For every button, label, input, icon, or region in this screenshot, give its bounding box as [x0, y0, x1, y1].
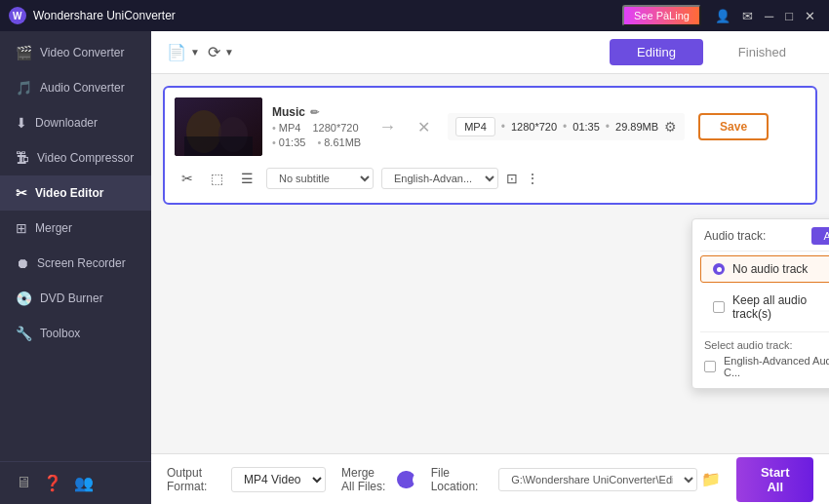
more-options-icon[interactable]: ⋮	[526, 171, 539, 186]
sidebar-item-downloader[interactable]: ⬇ Downloader	[0, 105, 151, 140]
sidebar-item-dvd-burner[interactable]: 💿 DVD Burner	[0, 281, 151, 316]
output-bullet-1: •	[501, 120, 505, 134]
merge-label: Merge All Files:	[341, 466, 389, 493]
select-audio-section: Select audio track: ↗ English-Advanced A…	[692, 332, 829, 380]
file-area: Music ✏ • MP4 1280*720	[151, 74, 829, 453]
file-size: • 8.61MB	[317, 136, 361, 148]
title-bar: W Wondershare UniConverter See PàLing 👤 …	[0, 0, 829, 31]
caption-icon[interactable]: ⊡	[506, 171, 518, 186]
audio-track-checkbox	[704, 361, 716, 372]
output-duration: 01:35	[572, 121, 600, 133]
sidebar-item-video-compressor[interactable]: 🗜 Video Compressor	[0, 140, 151, 175]
add-media-button[interactable]: ⟳ ▼	[208, 43, 234, 61]
add-file-button[interactable]: 📄 ▼	[167, 43, 200, 61]
output-bullet-3: •	[606, 120, 610, 134]
keep-audio-checkbox	[713, 301, 725, 313]
output-format-select[interactable]: MP4 Video	[231, 467, 326, 492]
sidebar-bottom: 🖥 ❓ 👥	[0, 461, 151, 504]
audio-track-label: Audio track:	[704, 229, 766, 243]
close-icon[interactable]: ✕	[799, 7, 821, 25]
add-audio-button[interactable]: Add	[811, 227, 829, 245]
mail-icon[interactable]: ✉	[736, 7, 759, 25]
subtitle-select[interactable]: No subtitle	[266, 168, 374, 189]
chevron-down-icon: ▼	[190, 47, 200, 58]
thumb-svg	[175, 97, 262, 156]
chevron-down-icon-2: ▼	[224, 47, 234, 58]
file-duration: • 01:35	[272, 136, 305, 148]
start-all-button[interactable]: Start All	[736, 457, 813, 502]
trim-icon[interactable]: ✂	[177, 168, 198, 189]
sidebar-item-merger[interactable]: ⊞ Merger	[0, 211, 151, 246]
sidebar-label-video-converter: Video Converter	[40, 46, 125, 59]
video-converter-icon: 🎬	[16, 45, 32, 60]
audio-converter-icon: 🎵	[16, 80, 32, 96]
svg-text:W: W	[13, 11, 22, 21]
content-area: 📄 ▼ ⟳ ▼ Editing Finished	[151, 31, 829, 504]
audio-track-select[interactable]: English-Advan...	[381, 168, 498, 189]
file-meta-row2: • 01:35 • 8.61MB	[272, 136, 361, 148]
help-circle-icon[interactable]: ❓	[43, 474, 62, 492]
file-card-top: Music ✏ • MP4 1280*720	[175, 97, 806, 156]
arrow-icon: →	[371, 117, 404, 137]
file-info: Music ✏ • MP4 1280*720	[272, 105, 361, 148]
maximize-icon[interactable]: □	[779, 7, 799, 25]
promo-button[interactable]: See PàLing	[622, 5, 701, 26]
sidebar-label-screen-recorder: Screen Recorder	[37, 256, 126, 270]
select-audio-label: Select audio track: ↗	[704, 338, 829, 351]
file-thumbnail	[175, 97, 262, 156]
output-format-badge[interactable]: MP4	[455, 117, 495, 136]
save-button[interactable]: Save	[698, 113, 769, 140]
sidebar-item-video-editor[interactable]: ✂ Video Editor	[0, 175, 151, 211]
crop-icon[interactable]: ⬚	[206, 168, 228, 189]
delete-file-icon[interactable]: ✕	[414, 118, 434, 136]
downloader-icon: ⬇	[16, 115, 27, 131]
toolbox-icon: 🔧	[16, 326, 32, 341]
app-title: Wondershare UniConverter	[33, 9, 622, 22]
audio-track-name: English-Advanced Audio C...	[724, 355, 829, 378]
edit-name-icon[interactable]: ✏	[310, 106, 319, 119]
effects-icon[interactable]: ☰	[236, 168, 258, 189]
keep-audio-label: Keep all audio track(s)	[732, 293, 829, 321]
no-audio-label: No audio track	[732, 262, 808, 276]
dvd-burner-icon: 💿	[16, 291, 32, 306]
sidebar-label-audio-converter: Audio Converter	[40, 81, 125, 95]
edit-tools-row: ✂ ⬚ ☰ No subtitle English-Advan... ⊡ ⋮	[175, 164, 806, 193]
tab-bar: 📄 ▼ ⟳ ▼ Editing Finished	[151, 31, 829, 74]
audio-track-item[interactable]: English-Advanced Audio C...	[704, 351, 829, 378]
file-name-text: Music	[272, 105, 305, 119]
tab-finished[interactable]: Finished	[711, 39, 813, 65]
screen-recorder-icon: ⏺	[16, 255, 29, 271]
keep-all-audio-option[interactable]: Keep all audio track(s) ?	[700, 287, 829, 328]
file-meta-row: • MP4 1280*720	[272, 122, 361, 134]
toggle-knob	[413, 473, 426, 486]
settings-gear-icon[interactable]: ⚙	[664, 119, 677, 135]
file-location-label: File Location:	[431, 466, 494, 493]
user-icon[interactable]: 👤	[709, 7, 736, 25]
minimize-icon[interactable]: ─	[759, 7, 779, 25]
sidebar-item-audio-converter[interactable]: 🎵 Audio Converter	[0, 70, 151, 105]
video-editor-icon: ✂	[16, 185, 27, 201]
sidebar-item-video-converter[interactable]: 🎬 Video Converter	[0, 35, 151, 70]
tab-editing[interactable]: Editing	[610, 39, 703, 65]
sidebar-label-merger: Merger	[35, 221, 72, 235]
file-location-select[interactable]: G:\Wondershare UniConverter\Edited	[498, 468, 697, 491]
sidebar-item-toolbox[interactable]: 🔧 Toolbox	[0, 316, 151, 351]
sidebar-label-downloader: Downloader	[35, 116, 98, 130]
no-audio-option[interactable]: No audio track	[700, 255, 829, 283]
output-settings: MP4 • 1280*720 • 01:35 • 29.89MB ⚙	[448, 113, 685, 140]
sidebar-label-toolbox: Toolbox	[40, 327, 80, 340]
dropdown-header: Audio track: Add	[692, 219, 829, 251]
sidebar-item-screen-recorder[interactable]: ⏺ Screen Recorder	[0, 246, 151, 281]
profile-icon[interactable]: 👥	[74, 474, 94, 492]
app-logo-icon: W	[8, 6, 27, 25]
app-body: 🎬 Video Converter 🎵 Audio Converter ⬇ Do…	[0, 31, 829, 504]
refresh-icon: ⟳	[208, 43, 220, 61]
output-resolution: 1280*720	[511, 121, 557, 133]
sidebar-label-video-compressor: Video Compressor	[37, 151, 134, 165]
merge-toggle[interactable]	[397, 471, 415, 488]
file-name-row: Music ✏	[272, 105, 361, 119]
monitor-icon[interactable]: 🖥	[16, 474, 31, 492]
output-bullet-2: •	[563, 120, 567, 134]
folder-icon[interactable]: 📁	[701, 470, 721, 488]
output-format-label: Output Format:	[167, 466, 216, 493]
